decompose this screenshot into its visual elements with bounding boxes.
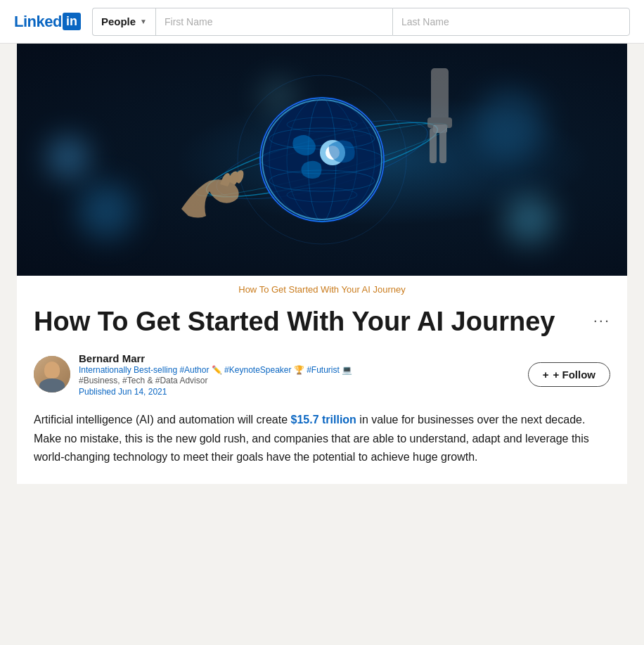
article-title-row: How To Get Started With Your AI Journey … (34, 306, 610, 338)
author-name[interactable]: Bernard Marr (79, 352, 352, 364)
svg-rect-20 (439, 128, 446, 163)
author-left: Bernard Marr Internationally Best-sellin… (34, 352, 352, 397)
author-info: Bernard Marr Internationally Best-sellin… (79, 352, 352, 397)
follow-plus-icon: + (543, 369, 549, 381)
svg-point-5 (260, 98, 384, 222)
logo-in-badge: in (63, 13, 81, 30)
bokeh-decoration-4 (505, 195, 554, 244)
breadcrumb-link[interactable]: How To Get Started With Your AI Journey (34, 276, 610, 300)
search-area: People ▼ (92, 8, 630, 36)
first-name-input[interactable] (155, 8, 392, 36)
svg-rect-21 (433, 124, 447, 133)
author-bio-line2: #Business, #Tech & #Data Advisor (79, 376, 352, 385)
avatar-body (39, 378, 65, 392)
main-content: How To Get Started With Your AI Journey … (17, 44, 627, 484)
hero-image (17, 44, 627, 276)
bokeh-decoration-1 (78, 183, 134, 239)
svg-rect-17 (431, 68, 449, 124)
last-name-input[interactable] (392, 8, 630, 36)
article-content: How To Get Started With Your AI Journey … (17, 276, 627, 484)
chevron-down-icon: ▼ (140, 18, 147, 25)
linkedin-logo[interactable]: Linkedin (14, 13, 81, 31)
author-section: Bernard Marr Internationally Best-sellin… (34, 352, 610, 397)
svg-rect-19 (430, 128, 437, 163)
name-search-inputs (155, 8, 630, 36)
article-body: Artificial intelligence (AI) and automat… (34, 411, 610, 466)
body-intro: Artificial intelligence (AI) and automat… (34, 414, 291, 426)
bokeh-decoration-2 (47, 136, 89, 179)
avatar[interactable] (34, 356, 70, 392)
dropdown-label: People (101, 15, 136, 27)
search-type-dropdown[interactable]: People ▼ (92, 8, 155, 36)
bokeh-decoration-3 (475, 90, 545, 160)
avatar-face (44, 362, 60, 378)
hero-background (17, 44, 627, 276)
highlight-amount-link[interactable]: $15.7 trillion (291, 414, 356, 426)
more-options-button[interactable]: ··· (593, 312, 610, 330)
top-navigation: Linkedin People ▼ (0, 0, 644, 44)
follow-button[interactable]: + + Follow (528, 362, 610, 387)
globe-svg (181, 54, 463, 265)
author-bio-line1: Internationally Best-selling #Author ✏️ … (79, 364, 352, 376)
article-title: How To Get Started With Your AI Journey (34, 306, 593, 338)
publish-date: Published Jun 14, 2021 (79, 387, 352, 397)
logo-text: Linked (14, 13, 62, 31)
follow-label: + Follow (553, 369, 595, 381)
